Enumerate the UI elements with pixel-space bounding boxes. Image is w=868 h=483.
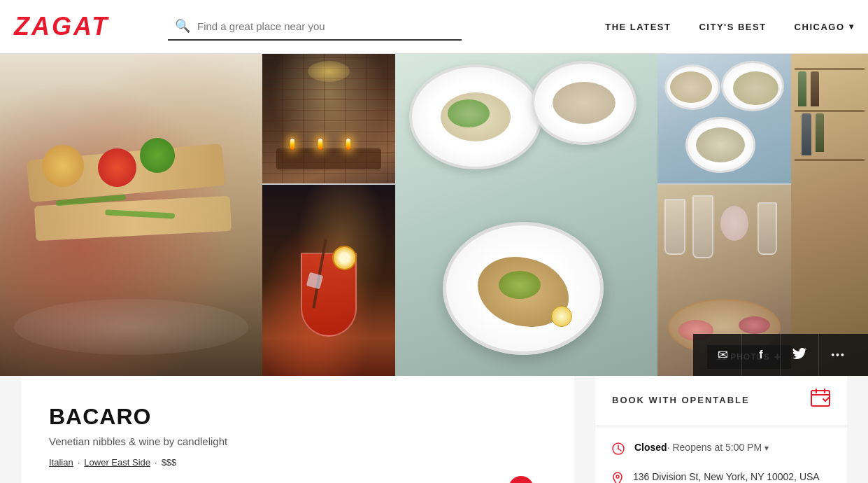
chevron-down-icon: ▾ [849, 22, 855, 31]
restaurant-details: Closed· Reopens at 5:00 PM▾ 136 Division… [595, 428, 847, 483]
nav-city-best[interactable]: CITY'S BEST [699, 22, 766, 32]
hours-text[interactable]: Closed· Reopens at 5:00 PM▾ [634, 442, 769, 453]
location-icon [612, 472, 623, 483]
svg-point-7 [616, 475, 619, 478]
email-share-button[interactable]: ✉ [704, 334, 742, 376]
hours-row: Closed· Reopens at 5:00 PM▾ [612, 442, 830, 458]
search-bar[interactable]: 🔍 [168, 13, 462, 41]
photo-shellfish[interactable] [657, 54, 791, 183]
restaurant-name: BACARO [49, 404, 546, 430]
neighborhood-tag[interactable]: Lower East Side [84, 457, 150, 468]
cuisine-tag[interactable]: Italian [49, 457, 73, 468]
photo-last[interactable] [791, 54, 868, 376]
facebook-icon: f [759, 349, 762, 361]
email-icon: ✉ [718, 347, 728, 363]
restaurant-info-panel: BACARO Venetian nibbles & wine by candle… [21, 376, 574, 483]
twitter-share-button[interactable] [781, 334, 819, 376]
logo[interactable]: ZAGAT [14, 12, 154, 41]
photo-shellfish-image [657, 54, 791, 183]
svg-line-6 [618, 449, 621, 451]
book-title: BOOK WITH OPENTABLE [612, 395, 750, 405]
restaurant-tags: Italian · Lower East Side · $$$ [49, 457, 546, 468]
nav-city-selector[interactable]: CHICAGO ▾ [795, 22, 854, 32]
svg-rect-0 [811, 391, 830, 406]
photo-main-image [0, 54, 262, 376]
photo-interior-image [262, 54, 395, 183]
hours-chevron-icon: ▾ [764, 443, 769, 453]
zagat-badge: Z [508, 476, 534, 483]
photo-interior[interactable] [262, 54, 395, 183]
photo-col-mid [262, 54, 395, 376]
photo-grid: 11 PHOTOS + ✉ f [0, 54, 868, 376]
photo-cocktail-image [262, 185, 395, 376]
tag-separator-1: · [78, 457, 80, 468]
more-icon: ••• [831, 349, 846, 360]
more-share-button[interactable]: ••• [819, 334, 858, 376]
main-content: BACARO Venetian nibbles & wine by candle… [0, 376, 868, 483]
price-tag: $$$ [162, 457, 177, 468]
search-input[interactable] [197, 20, 455, 32]
clock-icon [612, 442, 625, 458]
booking-panel: BOOK WITH OPENTABLE [595, 376, 847, 483]
address-row: 136 Division St, New York, NY 10002, USA [612, 471, 830, 483]
address-text: 136 Division St, New York, NY 10002, USA [633, 471, 820, 482]
nav-latest[interactable]: THE LATEST [605, 22, 671, 32]
restaurant-subtitle: Venetian nibbles & wine by candlelight [49, 435, 546, 447]
photo-main[interactable] [0, 54, 262, 376]
calendar-icon [811, 388, 830, 411]
tag-separator-2: · [155, 457, 157, 468]
photo-seafood[interactable] [395, 54, 657, 376]
page-header: ZAGAT 🔍 THE LATEST CITY'S BEST CHICAGO ▾ [0, 0, 868, 54]
facebook-share-button[interactable]: f [742, 334, 781, 376]
city-name: CHICAGO [795, 22, 845, 32]
search-icon: 🔍 [175, 18, 190, 34]
photo-col-right: 11 PHOTOS + [657, 54, 791, 376]
photo-last-image [791, 54, 868, 376]
photo-seafood-image [395, 54, 657, 376]
logo-text: ZAGAT [14, 12, 109, 41]
main-nav: THE LATEST CITY'S BEST CHICAGO ▾ [605, 22, 854, 32]
book-with-opentable[interactable]: BOOK WITH OPENTABLE [595, 374, 847, 425]
photo-cocktail[interactable] [262, 185, 395, 376]
social-bar: ✉ f ••• [693, 334, 868, 376]
twitter-icon [792, 348, 806, 363]
